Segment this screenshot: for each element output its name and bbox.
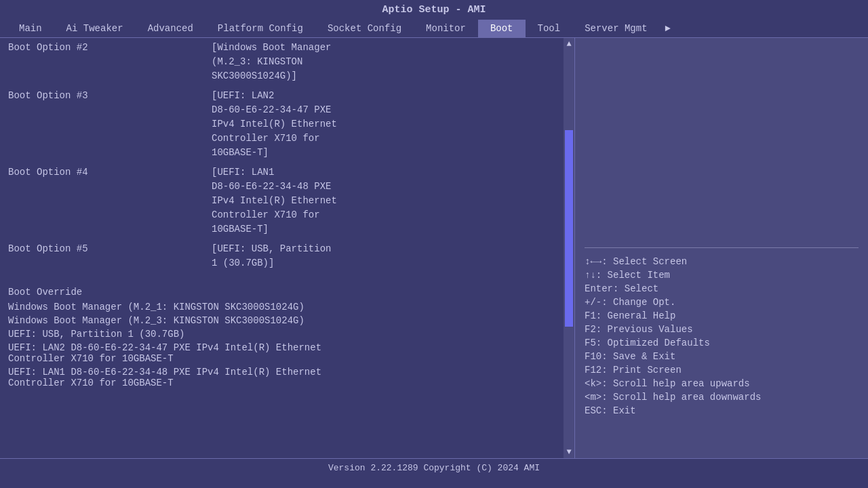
- boot-option-2[interactable]: Boot Option #2 [Windows Boot Manager(M.2…: [0, 38, 574, 86]
- app-title: Aptio Setup - AMI: [382, 4, 486, 16]
- tab-platform-config[interactable]: Platform Config: [205, 20, 315, 37]
- boot-option-3-value: [UEFI: LAN2D8-60-E6-22-34-47 PXEIPv4 Int…: [212, 89, 337, 160]
- boot-option-5-value: [UEFI: USB, Partition1 (30.7GB)]: [212, 242, 331, 270]
- scroll-thumb[interactable]: [565, 130, 573, 327]
- key-change-opt: +/-: Change Opt.: [585, 296, 859, 309]
- boot-option-4[interactable]: Boot Option #4 [UEFI: LAN1D8-60-E6-22-34…: [0, 163, 574, 239]
- scrollbar[interactable]: ▲ ▼: [564, 38, 574, 458]
- boot-option-2-value: [Windows Boot Manager(M.2_3: KINGSTONSKC…: [212, 41, 331, 83]
- right-panel: ↕←→: Select Screen ↑↓: Select Item Enter…: [575, 38, 868, 458]
- key-esc: ESC: Exit: [585, 404, 859, 418]
- scroll-track: [565, 52, 573, 445]
- boot-option-4-value: [UEFI: LAN1D8-60-E6-22-34-48 PXEIPv4 Int…: [212, 165, 337, 237]
- nav-tabs: Main Ai Tweaker Advanced Platform Config…: [0, 20, 868, 38]
- key-k-scroll-up: <k>: Scroll help area upwards: [585, 377, 859, 390]
- boot-option-3[interactable]: Boot Option #3 [UEFI: LAN2D8-60-E6-22-34…: [0, 86, 574, 163]
- tab-socket-config[interactable]: Socket Config: [315, 20, 414, 37]
- key-f5: F5: Optimized Defaults: [585, 336, 859, 350]
- boot-override-item-1[interactable]: Windows Boot Manager (M.2_3: KINGSTON SK…: [0, 314, 574, 327]
- boot-override-item-4[interactable]: UEFI: LAN1 D8-60-E6-22-34-48 PXE IPv4 In…: [0, 365, 574, 390]
- help-info-section: [585, 45, 859, 248]
- boot-option-2-label: Boot Option #2: [8, 41, 212, 83]
- key-f1: F1: General Help: [585, 309, 859, 323]
- key-help-list: ↕←→: Select Screen ↑↓: Select Item Enter…: [585, 255, 859, 418]
- title-bar: Aptio Setup - AMI: [0, 0, 868, 20]
- version-info: Version 2.22.1289 Copyright (C) 2024 AMI: [328, 463, 540, 473]
- key-f12: F12: Print Screen: [585, 363, 859, 377]
- tab-server-mgmt[interactable]: Server Mgmt: [572, 20, 659, 37]
- key-f10: F10: Save & Exit: [585, 350, 859, 363]
- boot-override-item-0[interactable]: Windows Boot Manager (M.2_1: KINGSTON SK…: [0, 300, 574, 314]
- status-bar: Version 2.22.1289 Copyright (C) 2024 AMI: [0, 458, 868, 477]
- tab-tool[interactable]: Tool: [526, 20, 573, 37]
- tab-main[interactable]: Main: [7, 20, 54, 37]
- boot-override-item-2[interactable]: UEFI: USB, Partition 1 (30.7GB): [0, 327, 574, 341]
- key-enter-select: Enter: Select: [585, 282, 859, 296]
- scroll-down-arrow[interactable]: ▼: [565, 446, 572, 458]
- boot-override-item-3[interactable]: UEFI: LAN2 D8-60-E6-22-34-47 PXE IPv4 In…: [0, 341, 574, 365]
- tab-advanced[interactable]: Advanced: [136, 20, 205, 37]
- tab-monitor[interactable]: Monitor: [414, 20, 478, 37]
- boot-option-5-label: Boot Option #5: [8, 242, 212, 270]
- key-f2: F2: Previous Values: [585, 323, 859, 336]
- scroll-up-arrow[interactable]: ▲: [565, 38, 572, 50]
- more-tabs-icon[interactable]: ►: [660, 20, 676, 37]
- left-panel: Boot Option #2 [Windows Boot Manager(M.2…: [0, 38, 575, 458]
- main-content: Boot Option #2 [Windows Boot Manager(M.2…: [0, 38, 868, 458]
- key-select-screen: ↕←→: Select Screen: [585, 255, 859, 268]
- boot-option-4-label: Boot Option #4: [8, 165, 212, 237]
- boot-override-header: Boot Override: [0, 281, 574, 300]
- tab-ai-tweaker[interactable]: Ai Tweaker: [54, 20, 136, 37]
- key-m-scroll-down: <m>: Scroll help area downwards: [585, 390, 859, 404]
- boot-option-5[interactable]: Boot Option #5 [UEFI: USB, Partition1 (3…: [0, 239, 574, 273]
- boot-option-3-label: Boot Option #3: [8, 89, 212, 160]
- key-select-item: ↑↓: Select Item: [585, 268, 859, 282]
- tab-boot[interactable]: Boot: [478, 20, 526, 37]
